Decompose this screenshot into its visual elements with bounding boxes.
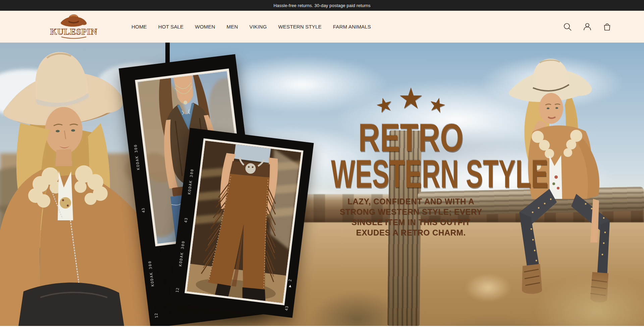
nav-item-women[interactable]: WOMEN <box>195 24 215 30</box>
frame-number: 43 <box>183 213 189 227</box>
kodak-label: KODAK 300 <box>133 140 141 174</box>
nav-item-home[interactable]: HOME <box>131 24 147 30</box>
account-icon[interactable] <box>583 22 592 32</box>
hero-paragraph-line: SINGLE ITEM IN THIS OUTFIT <box>293 217 528 227</box>
site-header: KULESPIN HOME HOT SALE WOMEN MEN VIKING … <box>0 11 644 43</box>
kodak-label: KODAK 300 <box>186 165 195 199</box>
frame-number: 12 <box>174 283 180 297</box>
kodak-label: KODAK 300 <box>178 236 186 270</box>
star-icon: ★ <box>373 92 396 118</box>
announcement-text: Hassle-free returns. 30-day postage paid… <box>273 3 370 8</box>
hero-paragraph: LAZY, CONFIDENT AND WITH A STRONG WESTER… <box>293 196 528 238</box>
hero-title-line2: WESTERN STYLE <box>331 156 491 192</box>
film-photo-2 <box>184 138 303 305</box>
announcement-bar: Hassle-free returns. 30-day postage paid… <box>0 0 644 11</box>
cart-icon[interactable] <box>602 22 612 32</box>
frame-number: 43 <box>141 203 147 217</box>
hero-paragraph-line: LAZY, CONFIDENT AND WITH A <box>293 196 528 207</box>
nav-item-hot-sale[interactable]: HOT SALE <box>158 24 184 30</box>
nav-item-farm-animals[interactable]: FARM ANIMALS <box>333 24 371 30</box>
nav-item-western-style[interactable]: WESTERN STYLE <box>278 24 322 30</box>
frame-number: 43 <box>284 301 290 315</box>
hero-banner: KODAK 300 43 KODAK 300 12 <box>0 43 644 326</box>
bottom-strip <box>0 326 644 333</box>
star-icon: ★ <box>398 81 424 115</box>
hero-paragraph-line: STRONG WESTERN STYLE; EVERY <box>293 207 528 217</box>
logo[interactable]: KULESPIN <box>49 13 99 41</box>
hero-title-line1: RETRO <box>317 120 505 156</box>
frame-number: 12 <box>153 309 159 322</box>
header-icons <box>563 11 612 43</box>
logo-text: KULESPIN <box>50 27 98 37</box>
frame-marker-triangle: ▲ <box>288 283 292 288</box>
cowboy-hat-icon <box>61 14 87 27</box>
kodak-label: KODAK 300 <box>147 257 155 290</box>
hero-text: ★ ★ ★ RETRO WESTERN STYLE LAZY, CONFIDEN… <box>293 81 528 238</box>
hero-paragraph-line: EXUDES A RETRO CHARM. <box>293 227 528 238</box>
hero-stars: ★ ★ ★ <box>293 81 528 112</box>
nav-item-men[interactable]: MEN <box>227 24 238 30</box>
page: Hassle-free returns. 30-day postage paid… <box>0 0 644 333</box>
main-nav: HOME HOT SALE WOMEN MEN VIKING WESTERN S… <box>131 11 371 43</box>
star-icon: ★ <box>426 92 449 118</box>
film-strip-2: KODAK 300 43 KODAK 300 12 2 ▲ 43 <box>168 128 314 318</box>
nav-item-viking[interactable]: VIKING <box>249 24 267 30</box>
search-icon[interactable] <box>563 22 572 32</box>
